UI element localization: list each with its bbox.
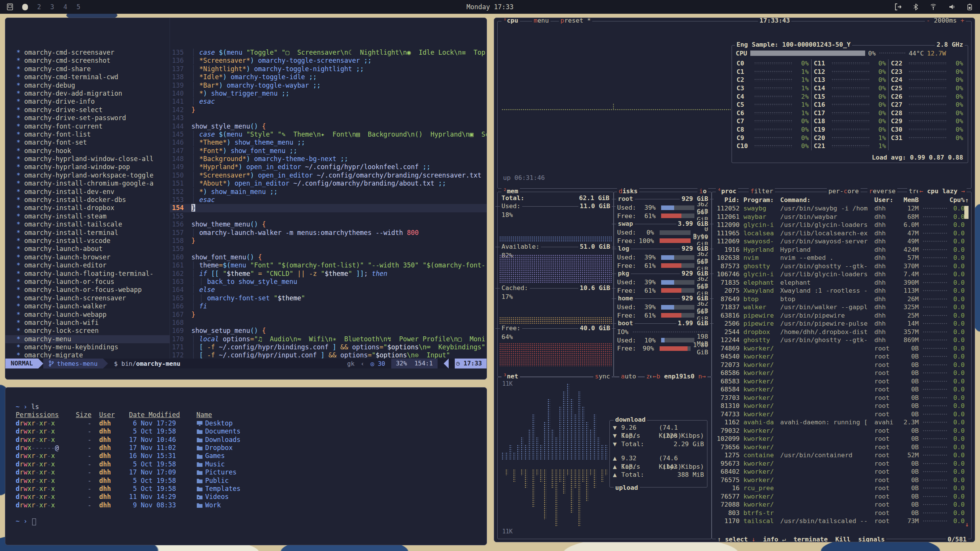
file-item[interactable]: *omarchy-launch-screensaver <box>5 294 170 302</box>
process-row[interactable]: 68583kworker/root0B0.0 <box>715 377 968 386</box>
preset-button[interactable]: preset * <box>559 18 592 24</box>
file-item[interactable]: *omarchy-font-list <box>5 130 170 139</box>
process-row[interactable]: 87573ghostty/usr/bin/ghostty --gtk-dhh37… <box>715 262 968 271</box>
file-item[interactable]: *omarchy-install-vscode <box>5 237 170 245</box>
proc-header-command[interactable]: Command: <box>780 196 874 204</box>
file-item[interactable]: *omarchy-install-tailscale <box>5 220 170 228</box>
process-row[interactable]: 102099kworker/root0B0.0 <box>715 435 968 443</box>
process-row[interactable]: 12244ghostty/usr/bin/ghostty --gtk-dhh86… <box>715 336 968 344</box>
sort-column-selector[interactable]: ← cpu lazy → <box>918 187 967 195</box>
mem-tab[interactable]: ²mem <box>501 187 520 195</box>
net-sync-toggle[interactable]: sync <box>593 373 612 380</box>
process-row[interactable]: 112061waybar/usr/bin/waybardhh68M0.0 <box>715 213 968 221</box>
process-row[interactable]: 1275containe/usr/bin/containerdroot52M0.… <box>715 451 968 460</box>
process-row[interactable]: 2506pipewire/usr/bin/pipewire-pulsedhh14… <box>715 320 968 328</box>
workspace-button[interactable]: 4 <box>64 3 67 11</box>
process-row[interactable]: 94540kworker/root0B0.0 <box>715 352 968 361</box>
process-row[interactable]: 112090glycin-i/usr/lib/glycin-loadersdhh… <box>715 221 968 229</box>
file-item[interactable]: *omarchy-launch-browser <box>5 253 170 261</box>
process-row[interactable]: 112069swayosd-/usr/bin/swayosd-serverdhh… <box>715 237 968 246</box>
file-item[interactable]: *omarchy-launch-walker <box>5 302 170 310</box>
scroll-up-icon[interactable]: ↑ <box>965 197 969 204</box>
file-item[interactable]: *omarchy-cmd-screensaver <box>5 49 170 57</box>
process-row[interactable]: 76575kworker/root0B0.0 <box>715 476 968 484</box>
file-item[interactable]: *omarchy-launch-about <box>5 245 170 253</box>
proc-header-cpu[interactable]: Cpu% <box>949 196 965 204</box>
file-item[interactable]: *omarchy-hyprland-window-close-all <box>5 155 170 163</box>
file-item[interactable]: *omarchy-install-dropbox <box>5 204 170 212</box>
workspace-button[interactable]: 5 <box>77 3 80 11</box>
proc-footer-hint[interactable]: signals <box>858 536 885 542</box>
proc-tab[interactable]: ⁴proc <box>716 187 738 195</box>
file-item[interactable]: *omarchy-hyprland-window-pop <box>5 163 170 171</box>
file-item[interactable]: *omarchy-lock-screen <box>5 327 170 335</box>
process-row[interactable]: 63816pipewire/usr/bin/pipewiredhh25M0.0 <box>715 311 968 320</box>
process-row[interactable]: 71837walker/usr/bin/walker --gappldhh325… <box>715 303 968 311</box>
io-toggle[interactable]: io <box>697 187 708 195</box>
file-item[interactable]: *omarchy-cmd-share <box>5 65 170 73</box>
process-row[interactable]: 71835elephantelephantdhh390M0.0 <box>715 279 968 287</box>
per-core-toggle[interactable]: per-core <box>827 187 861 195</box>
process-row[interactable]: 106746glycin-i/usr/lib/glycin-loadersdhh… <box>715 270 968 279</box>
file-item[interactable]: *omarchy-drive-select <box>5 106 170 114</box>
file-item[interactable]: *omarchy-install-chromium-google-a <box>5 179 170 187</box>
file-item[interactable]: *omarchy-menu <box>5 335 170 343</box>
wifi-icon[interactable] <box>929 3 937 10</box>
file-item[interactable]: *omarchy-debug <box>5 82 170 90</box>
file-item[interactable]: *omarchy-hyprland-workspace-toggle <box>5 171 170 179</box>
logout-icon[interactable] <box>895 3 902 10</box>
process-row[interactable]: 79032kworker/root0B0.0 <box>715 427 968 435</box>
file-item[interactable]: *omarchy-dev-add-migration <box>5 90 170 98</box>
cpu-tab[interactable]: ¹cpu <box>501 18 520 24</box>
filter-button[interactable]: filter <box>749 187 775 195</box>
proc-footer-hint[interactable]: info ↵ <box>763 536 786 542</box>
file-item[interactable]: *omarchy-launch-or-focus-webapp <box>5 286 170 294</box>
proc-header-pid[interactable]: Pid: <box>715 196 740 204</box>
process-row[interactable]: 72088kworker/root0B0.0 <box>715 500 968 509</box>
process-row[interactable]: 68584kworker/root0B0.0 <box>715 385 968 394</box>
process-row[interactable]: 68402kworker/root0B0.0 <box>715 468 968 476</box>
proc-footer-hint[interactable]: terminate <box>794 536 828 542</box>
process-row[interactable]: 73703kworker/root0B0.0 <box>715 394 968 402</box>
process-row[interactable]: 16rcu_preeroot0B0.0 <box>715 484 968 492</box>
process-row[interactable]: 74869kworker/root0B0.0 <box>715 344 968 353</box>
file-item[interactable]: *omarchy-menu-keybindings <box>5 343 170 351</box>
battery-icon[interactable] <box>967 3 972 10</box>
proc-header-program[interactable]: Program: <box>743 196 780 204</box>
reverse-toggle[interactable]: reverse <box>867 187 897 195</box>
file-item[interactable]: *omarchy-launch-wifi <box>5 319 170 327</box>
bluetooth-icon[interactable] <box>913 3 918 10</box>
file-item[interactable]: *omarchy-migrate <box>5 351 170 359</box>
process-row[interactable]: 1170tailscal/usr/sbin/tailscaled --root7… <box>715 517 968 525</box>
file-item[interactable]: *omarchy-hook <box>5 147 170 155</box>
scroll-down-icon[interactable]: ↓ <box>965 521 969 528</box>
net-tab[interactable]: ³net <box>501 373 520 380</box>
process-row[interactable]: 2544dropbox/home/dhh/.dropbox-distdhh357… <box>715 328 968 336</box>
process-row[interactable]: 72073kworker/root0B0.0 <box>715 361 968 369</box>
file-item[interactable]: *omarchy-launch-webapp <box>5 311 170 319</box>
file-item[interactable]: *omarchy-font-set <box>5 139 170 147</box>
volume-icon[interactable] <box>949 3 956 10</box>
scrollbar-thumb[interactable] <box>964 206 969 219</box>
workspace-1-active[interactable] <box>22 4 28 10</box>
file-item[interactable]: *omarchy-install-steam <box>5 212 170 220</box>
net-interface-selector[interactable]: ←b enp191s0 n→ <box>651 373 707 380</box>
file-item[interactable]: *omarchy-launch-or-focus <box>5 278 170 286</box>
file-item[interactable]: *omarchy-cmd-screenshot <box>5 57 170 65</box>
file-item[interactable]: *omarchy-drive-set-password <box>5 114 170 122</box>
disks-tab[interactable]: disks <box>617 187 639 195</box>
process-row[interactable]: 1916HyprlandHyprlanddhh424M0.0 <box>715 246 968 254</box>
process-row[interactable]: 73656kworker/root0B0.0 <box>715 443 968 452</box>
proc-header-mem[interactable]: MemB <box>897 196 919 204</box>
process-row[interactable]: 2075XwaylandXwayland :1 -rootless -dhh11… <box>715 287 968 295</box>
file-item[interactable]: *omarchy-cmd-terminal-cwd <box>5 73 170 81</box>
process-row[interactable]: 76577kworker/root0B0.0 <box>715 492 968 501</box>
process-row[interactable]: 112052swaybg/usr/bin/swaybg -i /homdhh12… <box>715 204 968 213</box>
file-item[interactable]: *omarchy-install-docker-dbs <box>5 196 170 204</box>
proc-footer-hint[interactable]: ↑ select ↓ <box>717 536 755 542</box>
process-row[interactable]: 81310kworker/root0B0.0 <box>715 402 968 410</box>
process-row[interactable]: 102638nvimnvim --embed .dhh57M0.0 <box>715 254 968 262</box>
file-item[interactable]: *omarchy-install-dev-env <box>5 188 170 196</box>
process-row[interactable]: 95673kworker/root0B0.0 <box>715 460 968 468</box>
process-row[interactable]: 1162avahi-daavahi-daemon: running [avahi… <box>715 418 968 427</box>
